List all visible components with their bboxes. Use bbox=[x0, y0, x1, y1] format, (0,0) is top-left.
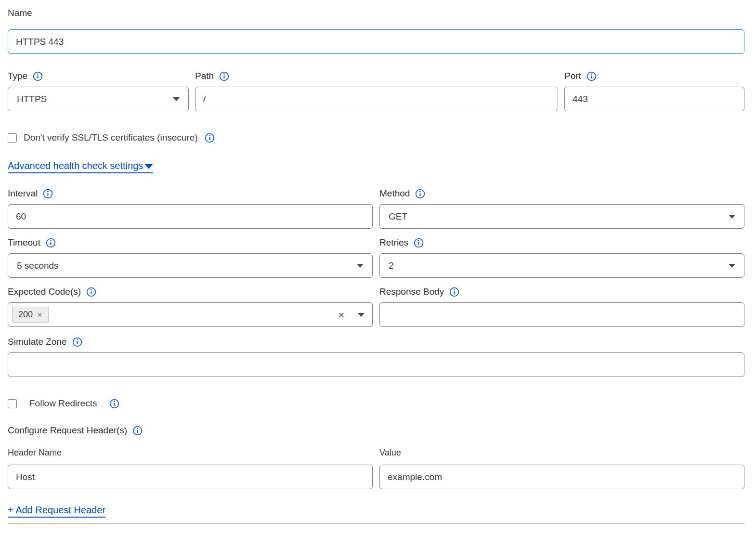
timeout-retries-row: Timeout 5 seconds Retries 2 bbox=[8, 237, 744, 278]
header-name-input[interactable] bbox=[8, 465, 373, 489]
chevron-down-icon bbox=[729, 264, 735, 268]
clear-icon[interactable]: × bbox=[339, 310, 344, 320]
verify-ssl-row: Don't verify SSL/TLS certificates (insec… bbox=[8, 132, 744, 143]
remove-tag-icon[interactable]: × bbox=[37, 311, 42, 319]
simulate-zone-input[interactable] bbox=[8, 352, 744, 377]
chevron-down-icon bbox=[729, 215, 735, 219]
info-icon[interactable] bbox=[414, 238, 424, 248]
chevron-down-icon bbox=[357, 264, 364, 268]
codes-body-row: Expected Code(s) 200 × × Response Body bbox=[8, 286, 744, 327]
info-icon[interactable] bbox=[33, 71, 43, 81]
simulate-zone-label: Simulate Zone bbox=[8, 337, 67, 347]
code-tag-value: 200 bbox=[18, 310, 33, 320]
info-icon[interactable] bbox=[132, 426, 143, 436]
info-icon[interactable] bbox=[46, 238, 56, 248]
method-select-value: GET bbox=[389, 211, 729, 222]
path-input[interactable] bbox=[195, 87, 558, 111]
expected-codes-label: Expected Code(s) bbox=[8, 286, 81, 297]
follow-redirects-row: Follow Redirects bbox=[8, 398, 744, 409]
advanced-settings-link-text: Advanced health check settings bbox=[8, 160, 143, 171]
port-input[interactable] bbox=[564, 87, 744, 111]
code-tag: 200 × bbox=[12, 307, 49, 323]
method-select[interactable]: GET bbox=[379, 204, 744, 229]
header-name-column-label: Header Name bbox=[8, 448, 373, 458]
timeout-label: Timeout bbox=[8, 237, 40, 248]
request-header-row: Header Name Value bbox=[8, 448, 744, 489]
advanced-settings-link[interactable]: Advanced health check settings bbox=[8, 160, 153, 173]
path-label: Path bbox=[195, 71, 214, 81]
health-check-form: Name Type HTTPS Path Port bbox=[0, 0, 756, 524]
verify-ssl-checkbox[interactable] bbox=[8, 133, 17, 143]
follow-redirects-label: Follow Redirects bbox=[29, 398, 97, 409]
type-select[interactable]: HTTPS bbox=[8, 87, 189, 111]
retries-select[interactable]: 2 bbox=[379, 253, 744, 278]
configure-headers-label: Configure Request Header(s) bbox=[8, 425, 127, 436]
info-icon[interactable] bbox=[205, 133, 215, 143]
info-icon[interactable] bbox=[86, 287, 96, 297]
name-input[interactable] bbox=[8, 29, 744, 54]
response-body-input[interactable] bbox=[379, 302, 744, 327]
info-icon[interactable] bbox=[109, 399, 119, 409]
follow-redirects-checkbox[interactable] bbox=[8, 399, 17, 408]
port-label: Port bbox=[564, 71, 581, 81]
name-label: Name bbox=[8, 8, 32, 18]
interval-input[interactable] bbox=[8, 204, 373, 229]
retries-select-value: 2 bbox=[389, 260, 729, 271]
verify-ssl-label: Don't verify SSL/TLS certificates (insec… bbox=[24, 132, 198, 143]
type-path-port-row: Type HTTPS Path Port bbox=[8, 71, 744, 111]
header-value-input[interactable] bbox=[379, 465, 744, 489]
type-select-value: HTTPS bbox=[17, 94, 173, 104]
timeout-select-value: 5 seconds bbox=[17, 260, 357, 271]
section-divider bbox=[8, 523, 744, 524]
interval-label: Interval bbox=[8, 188, 38, 199]
expected-codes-multiselect[interactable]: 200 × × bbox=[8, 302, 373, 327]
info-icon[interactable] bbox=[449, 287, 459, 297]
chevron-down-icon[interactable] bbox=[358, 313, 365, 317]
info-icon[interactable] bbox=[415, 189, 425, 199]
info-icon[interactable] bbox=[43, 189, 53, 199]
caret-down-icon bbox=[144, 164, 153, 169]
header-value-column-label: Value bbox=[379, 448, 744, 458]
info-icon[interactable] bbox=[72, 337, 82, 347]
response-body-label: Response Body bbox=[379, 286, 444, 297]
add-request-header-link[interactable]: + Add Request Header bbox=[8, 505, 105, 518]
timeout-select[interactable]: 5 seconds bbox=[8, 253, 373, 278]
info-icon[interactable] bbox=[587, 71, 597, 81]
info-icon[interactable] bbox=[219, 71, 229, 81]
method-label: Method bbox=[379, 188, 410, 199]
retries-label: Retries bbox=[379, 237, 408, 248]
chevron-down-icon bbox=[173, 97, 180, 101]
type-label: Type bbox=[8, 71, 27, 81]
interval-method-row: Interval Method GET bbox=[8, 188, 744, 229]
